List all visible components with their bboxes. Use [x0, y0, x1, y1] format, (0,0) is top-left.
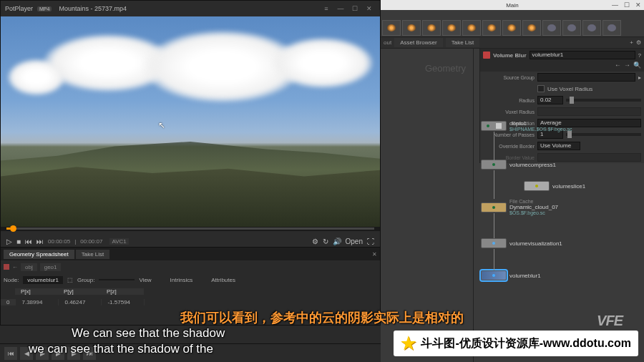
win-close-icon[interactable]: ✕ — [635, 1, 641, 9]
passes-slider[interactable] — [566, 133, 641, 136]
settings-icon[interactable]: ⚙ — [312, 238, 318, 245]
panel-close-icon[interactable]: ✕ — [372, 251, 377, 258]
table-row[interactable]: 0 7.38994 0.46247 -1.57594 — [1, 297, 380, 308]
node-volumecompress1[interactable]: volumecompress1 — [481, 160, 556, 170]
potplayer-titlebar[interactable]: PotPlayer MP4 Mountains - 25737.mp4 ≡ — … — [1, 1, 380, 16]
close-icon[interactable]: ✕ — [363, 4, 376, 14]
prev-icon[interactable]: ⏮ — [25, 238, 32, 245]
param-nav-icon[interactable]: ← — [615, 62, 621, 72]
node-dopio1[interactable]: dopio1$HIPNAME.$OS.$F.bgeo.sc — [481, 120, 572, 132]
stop-icon[interactable]: ■ — [16, 238, 21, 245]
minimize-icon[interactable]: — — [334, 4, 347, 14]
param-find-icon[interactable]: 🔍 — [633, 62, 641, 72]
shelf-tool-distant-light[interactable] — [402, 20, 421, 36]
video-viewport[interactable]: ↖ — [1, 16, 380, 227]
intrinsics-label[interactable]: Intrinsics — [170, 277, 193, 283]
radius-slider[interactable] — [566, 99, 641, 102]
win-maximize-icon[interactable]: ☐ — [624, 1, 630, 9]
voxel-radius-checkbox[interactable] — [537, 85, 545, 92]
group-field[interactable] — [99, 279, 135, 280]
shelf-tool-vr-camera[interactable] — [562, 20, 581, 36]
gear-icon[interactable]: ⚙ — [636, 39, 641, 46]
shelf-tool-sun-light[interactable] — [442, 20, 461, 36]
view-label[interactable]: View — [139, 277, 151, 283]
shelf — [381, 10, 644, 37]
first-frame-icon[interactable]: ⏮ — [4, 347, 17, 360]
attributes-label[interactable]: Attributes — [211, 277, 235, 283]
node-volumeblur1[interactable]: volumeblur1 — [481, 270, 541, 280]
help-icon[interactable]: ? — [638, 52, 641, 59]
app-name: PotPlayer — [5, 5, 33, 12]
node-label: Node: — [4, 277, 19, 283]
source-group-field[interactable] — [537, 73, 635, 82]
shelf-tool-volume-light[interactable] — [382, 20, 401, 36]
shelf-tool-stereo-camera[interactable] — [542, 20, 561, 36]
shelf-tool-sky-light[interactable] — [422, 20, 441, 36]
voxel-radius-field — [537, 107, 641, 116]
shelf-tool-caustic-light[interactable] — [482, 20, 501, 36]
param-nav-icon[interactable]: → — [624, 62, 630, 72]
param-node-name[interactable]: volumeblur1 — [530, 51, 635, 59]
spreadsheet-table: P[x] P[y] P[z] 0 7.38994 0.46247 -1.5759… — [1, 286, 380, 308]
table-header: P[x] P[y] P[z] — [1, 286, 380, 297]
chevron-icon[interactable]: ▸ — [638, 74, 641, 81]
next-icon[interactable]: ⏭ — [36, 238, 44, 245]
subtitle-english-1: We can see that the shadow — [72, 326, 225, 341]
loop-icon[interactable]: ↻ — [323, 238, 328, 245]
parameters-panel: Volume Blur volumeblur1 ? ← → 🔍 Source G… — [479, 49, 644, 163]
format-badge: MP4 — [37, 6, 52, 11]
node-volumevisualization1[interactable]: volumevisualization1 — [481, 238, 562, 248]
add-icon[interactable]: + — [630, 39, 633, 46]
shelf-tool-ambient-light[interactable] — [522, 20, 541, 36]
points-icon[interactable]: ⬚ — [67, 277, 73, 283]
maximize-icon[interactable]: ☐ — [348, 4, 361, 14]
watermark: ★ 斗斗图-优质设计资源库-www.ddotu.com — [394, 331, 638, 356]
pin-icon[interactable] — [4, 264, 9, 270]
shelf-tool-surround-camera[interactable] — [602, 20, 621, 36]
time-total: 00:00:07 — [80, 238, 102, 245]
play-icon[interactable]: ▷ — [6, 238, 12, 245]
houdini-toolbar: out Asset Browser Take List + ⚙ — [381, 37, 644, 49]
cursor-icon: ↖ — [158, 120, 165, 130]
houdini-titlebar[interactable]: Main — ☐ ✕ — [381, 0, 644, 10]
node-volumeslice1[interactable]: volumeslice1 — [524, 181, 585, 191]
time-current: 00:00:05 — [48, 238, 70, 245]
pin-icon[interactable] — [483, 52, 490, 59]
menu-icon[interactable]: ≡ — [320, 4, 333, 14]
houdini-title: Main — [506, 2, 518, 9]
codec-badge: AVC1 — [109, 238, 128, 245]
subtitle-english-2: we can see that the shadow of the — [29, 342, 213, 356]
radius-field[interactable]: 0.02 — [537, 96, 563, 104]
tab-asset-browser[interactable]: Asset Browser — [394, 38, 443, 47]
path-obj[interactable]: obj — [21, 263, 37, 271]
border-dropdown[interactable]: Use Volume — [537, 142, 580, 150]
fullscreen-icon[interactable]: ⛶ — [367, 238, 374, 245]
watermark-text: 斗斗图-优质设计资源库-www.ddotu.com — [421, 336, 631, 351]
tab-geo-spreadsheet[interactable]: Geometry Spreadsheet — [4, 250, 74, 259]
shelf-tool-portal-light[interactable] — [502, 20, 521, 36]
shelf-tool-gi-light[interactable] — [462, 20, 481, 36]
volume-icon[interactable]: 🔊 — [333, 238, 341, 245]
node-filecache[interactable]: File CacheDynamic_cloud_07$OS.$F.bgeo.sc — [481, 199, 558, 215]
node-field[interactable]: volumeblur1 — [23, 276, 63, 284]
path-geo[interactable]: geo1 — [40, 263, 62, 271]
star-icon: ★ — [401, 333, 416, 353]
potplayer-window: PotPlayer MP4 Mountains - 25737.mp4 ≡ — … — [0, 0, 381, 247]
vfe-logo: VFE — [597, 313, 623, 329]
tab-take-list-2[interactable]: Take List — [446, 38, 480, 47]
group-label: Group: — [77, 277, 94, 283]
shelf-tool-switcher[interactable] — [582, 20, 601, 36]
seek-bar-area[interactable] — [1, 227, 380, 231]
win-minimize-icon[interactable]: — — [612, 1, 618, 9]
subtitle-chinese: 我们可以看到，参考中的云的阴影实际上是相对的 — [180, 309, 464, 326]
open-button[interactable]: Open — [346, 238, 363, 245]
video-title: Mountains - 25737.mp4 — [56, 5, 320, 12]
param-title: Volume Blur — [493, 52, 527, 59]
viewport-label: Geometry — [425, 63, 466, 74]
tab-take-list[interactable]: Take List — [76, 250, 110, 259]
houdini-window: Main — ☐ ✕ sLf Rigid Bodies Particle Flu… — [381, 0, 644, 362]
